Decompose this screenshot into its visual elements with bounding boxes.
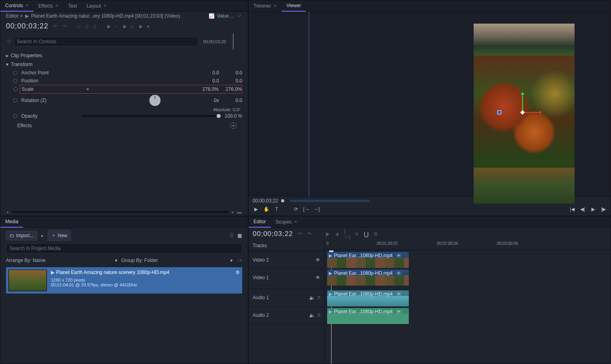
opacity-value[interactable]: 100.0 %	[225, 113, 242, 119]
tab-controls[interactable]: Controls✕	[0, 0, 34, 12]
tab-viewer[interactable]: Viewer	[281, 0, 306, 12]
rotation-turns[interactable]: 0x	[201, 98, 219, 103]
controls-search-input[interactable]	[14, 37, 198, 46]
slip-tool-icon[interactable]: |↔|	[344, 231, 350, 237]
clip-audio2[interactable]: ▶Planet Ear...1080p-HD.mp4⚭	[327, 308, 409, 324]
play-icon[interactable]: ▶	[253, 206, 259, 212]
close-icon[interactable]: ✕	[103, 4, 107, 8]
waveform-icon[interactable]: ⎍	[318, 312, 320, 318]
undo-icon[interactable]: ↶	[52, 24, 58, 29]
interp-circle-icon[interactable]: ●	[145, 24, 151, 29]
loop-icon[interactable]: ⟳	[293, 206, 299, 212]
zoom-handle-icon[interactable]: ▬	[237, 209, 242, 215]
edit-tool-icon[interactable]: ◈	[335, 231, 340, 237]
timeline-ruler[interactable]: 0 00;01;00;02 00;02;00;04 00;03;00;06	[325, 240, 611, 250]
value-graph-icon[interactable]: 📈	[209, 13, 215, 19]
keyframe-toggle-icon[interactable]	[14, 87, 18, 91]
tab-text[interactable]: Text	[63, 1, 82, 11]
track-header-video2[interactable]: Video 2👁	[249, 257, 324, 263]
track-header-video1[interactable]: Video 1👁	[249, 275, 324, 280]
range-icon[interactable]: →]	[314, 206, 320, 212]
arrange-by-dropdown[interactable]: Arrange By: Name▾	[6, 258, 117, 263]
tab-media[interactable]: Media	[0, 216, 23, 228]
keyframe-toggle-icon[interactable]	[13, 114, 17, 118]
effects-section[interactable]: Effects +	[6, 120, 242, 131]
zoom-in-icon[interactable]: ▲	[231, 210, 234, 214]
rotation-row[interactable]: Rotation (Z) 0x0.0	[6, 94, 242, 107]
link-icon[interactable]: ⚭	[396, 309, 402, 314]
play-button[interactable]: ▶	[590, 206, 596, 212]
undo-icon[interactable]: ↶	[297, 231, 303, 237]
zoom-track[interactable]	[12, 211, 228, 213]
tab-editor[interactable]: Editor	[249, 216, 271, 228]
chevron-right-icon[interactable]: ▸	[40, 233, 45, 238]
clip-video1[interactable]: ▶Planet Ear...1080p-HD.mp4⚭	[327, 270, 409, 286]
breadcrumb-root[interactable]: Editor >	[6, 13, 23, 19]
tab-effects[interactable]: Effects✕	[34, 1, 63, 11]
step-forward-icon[interactable]: |▶	[600, 206, 607, 212]
hand-tool-icon[interactable]: ✋	[263, 206, 269, 212]
close-icon[interactable]: ✕	[26, 3, 29, 8]
anchor-point-row[interactable]: Anchor Point 0.00.0	[6, 69, 242, 77]
viewer-canvas[interactable]	[249, 12, 611, 196]
scale-row[interactable]: Scale ⚭ 276.0%276.0%	[20, 85, 242, 94]
anchor-point-y[interactable]: 0.0	[225, 70, 242, 76]
keyframe-add-icon[interactable]: ◇	[84, 24, 89, 29]
expand-icon[interactable]: ⤢	[237, 13, 242, 19]
position-row[interactable]: Position 0.00.0	[6, 77, 242, 85]
tab-scopes[interactable]: Scopes✕	[271, 217, 302, 227]
keyframe-toggle-icon[interactable]	[13, 71, 17, 75]
anchor-point-x[interactable]: 0.0	[201, 70, 219, 76]
tab-trimmer[interactable]: Trimmer✕	[249, 1, 281, 11]
eye-icon[interactable]: 👁	[316, 275, 320, 280]
media-search-input[interactable]	[6, 243, 242, 254]
clip-video2[interactable]: ▶Planet Ear...1080p-HD.mp4⚭	[327, 252, 409, 268]
editor-timecode[interactable]: 00;00;03;22	[253, 230, 293, 238]
close-icon[interactable]: ✕	[294, 220, 297, 224]
clip-audio1[interactable]: ▶Planet Ear...1080p-HD.mp4⚭	[327, 290, 409, 306]
select-tool-icon[interactable]: ▶	[325, 231, 331, 237]
redo-icon[interactable]: ↷	[307, 231, 312, 237]
mute-icon[interactable]: 🔈	[309, 312, 315, 318]
preview-frame[interactable]	[474, 24, 575, 204]
close-icon[interactable]: ✕	[273, 4, 277, 8]
breadcrumb-file[interactable]: Planet Earth Amazing natur...ery 1080p-H…	[31, 13, 180, 19]
selection-handle[interactable]	[497, 110, 501, 114]
grid-view-icon[interactable]: ▦	[237, 233, 242, 238]
scale-y[interactable]: 276.0%	[224, 86, 242, 92]
interp-diamond-icon[interactable]: ◆	[105, 24, 111, 29]
text-tool-icon[interactable]: T	[273, 206, 280, 212]
rotation-degrees[interactable]: 0.0	[225, 98, 242, 103]
keyframe-toggle-icon[interactable]	[13, 79, 17, 83]
snap-icon[interactable]: ⋃	[364, 231, 369, 237]
tab-layout[interactable]: Layout✕	[82, 1, 111, 11]
eye-icon[interactable]: 👁	[316, 257, 320, 263]
close-icon[interactable]: ✕	[55, 4, 58, 8]
interp-square-icon[interactable]: ▫	[113, 24, 119, 29]
link-icon[interactable]: ⚭	[86, 86, 90, 92]
filter-icon[interactable]: ▽	[6, 39, 12, 44]
interp-diamond4-icon[interactable]: ◆	[137, 24, 143, 29]
gear-icon[interactable]: ⚙	[235, 270, 240, 291]
sort-icon[interactable]: ↓≡	[237, 258, 242, 263]
step-back-icon[interactable]: ◀|	[579, 206, 586, 212]
position-y[interactable]: 0.0	[225, 78, 242, 84]
add-effect-icon[interactable]: +	[230, 122, 237, 129]
transform-header[interactable]: ▾ Transform	[6, 60, 242, 69]
scale-x[interactable]: 276.0%	[201, 86, 219, 92]
redo-icon[interactable]: ↷	[62, 24, 68, 29]
mini-timeline[interactable]	[231, 34, 242, 50]
interp-diamond2-icon[interactable]: ◆	[121, 24, 127, 29]
timeline-tracks-area[interactable]: ▶Planet Ear...1080p-HD.mp4⚭ ▶Planet Ear.…	[325, 251, 611, 364]
timecode-display[interactable]: 00;00;03;22	[6, 22, 48, 30]
keyframe-prev-icon[interactable]: ◇	[76, 24, 81, 29]
new-button[interactable]: ＋New	[48, 230, 71, 241]
media-item[interactable]: ▶Planet Earth Amazing nature scenery 108…	[6, 267, 242, 294]
gear-icon[interactable]: ⚙	[373, 231, 379, 237]
link-icon[interactable]: ⚭	[396, 253, 402, 258]
import-button[interactable]: 🗀Import...	[6, 231, 37, 240]
viewer-scrubber[interactable]	[290, 200, 370, 202]
rotation-knob[interactable]	[149, 95, 161, 106]
timeline-playhead[interactable]	[331, 251, 332, 364]
slide-tool-icon[interactable]: ↯	[354, 231, 360, 237]
